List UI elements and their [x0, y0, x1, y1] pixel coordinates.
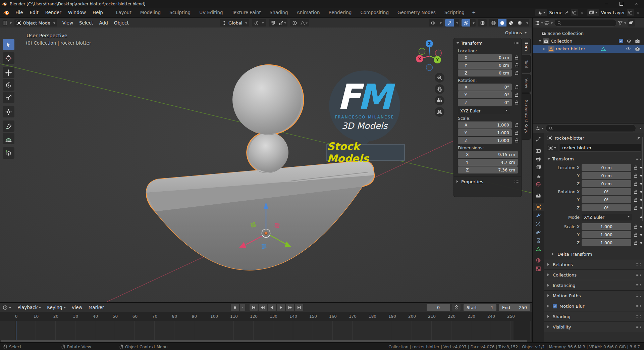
lock-open-icon[interactable] [633, 240, 638, 245]
scale-value-field[interactable]: 1.000 [582, 231, 631, 238]
add-workspace-button[interactable]: + [469, 8, 479, 17]
tool-rotate[interactable] [3, 79, 14, 91]
remove-view-layer-icon[interactable] [636, 11, 640, 15]
tool-annotate[interactable] [3, 120, 14, 132]
workspace-tab[interactable]: Sculpting [165, 8, 195, 17]
disable-render-camera-icon[interactable] [635, 39, 640, 44]
lock-open-icon[interactable] [514, 63, 519, 68]
collection-checkbox[interactable] [619, 39, 623, 43]
viewport-menu-item[interactable]: View [59, 20, 76, 26]
mode-dropdown[interactable]: XYZ Euler [582, 214, 632, 220]
lock-open-icon[interactable] [633, 165, 638, 170]
disable-render-camera-icon[interactable] [635, 46, 640, 51]
lock-open-icon[interactable] [514, 122, 519, 128]
panel-grip[interactable] [636, 315, 641, 318]
disclosure-collapsed-icon[interactable] [543, 48, 546, 50]
menu-item[interactable]: Edit [26, 8, 42, 17]
panel-grip[interactable] [636, 263, 641, 266]
dimension-field[interactable]: Y4.7 cm [458, 159, 518, 166]
tab-constraints[interactable] [533, 236, 544, 245]
tab-view-layer[interactable] [533, 163, 544, 171]
lock-open-icon[interactable] [633, 197, 638, 202]
proportional-edit-toggle[interactable] [290, 19, 299, 27]
workspace-tab[interactable]: Shading [265, 8, 292, 17]
lock-open-icon[interactable] [514, 100, 519, 105]
scale-value-field[interactable]: 1.000 [582, 223, 631, 230]
panel-grip[interactable] [636, 157, 641, 160]
transform-value-field[interactable]: 0 cm [582, 172, 631, 179]
pin-icon[interactable] [565, 10, 569, 15]
outliner-display-mode-button[interactable] [544, 20, 553, 26]
tab-view[interactable]: View [522, 74, 531, 93]
menu-item[interactable]: File [12, 8, 26, 17]
workspace-tab[interactable]: Rendering [324, 8, 356, 17]
animate-dot[interactable] [640, 234, 642, 236]
workspace-tab[interactable]: Modeling [136, 8, 165, 17]
outliner-filter-button[interactable] [618, 20, 626, 26]
scale-field[interactable]: X1.000 [458, 121, 512, 129]
dimension-field[interactable]: Z7.36 cm [458, 166, 518, 173]
hide-eye-icon[interactable] [627, 39, 632, 44]
dimension-field[interactable]: X9.15 cm [458, 151, 518, 158]
transform-section-header[interactable]: Transform [544, 154, 644, 163]
lock-open-icon[interactable] [633, 224, 638, 229]
tab-screencast-keys[interactable]: Screencast Keys [522, 93, 531, 140]
panel-grip[interactable] [514, 42, 519, 44]
tab-object[interactable] [533, 203, 544, 211]
view-layer-name[interactable]: View Layer [601, 10, 625, 15]
location-field[interactable]: X0 cm [458, 54, 512, 61]
tab-modifiers[interactable] [533, 211, 544, 219]
auto-keyframe-button[interactable] [231, 304, 239, 311]
workspace-tab[interactable]: Compositing [356, 8, 393, 17]
orientation-dropdown[interactable]: Global [220, 19, 249, 27]
lock-open-icon[interactable] [633, 232, 638, 237]
tab-render[interactable] [533, 146, 544, 155]
panel-grip[interactable] [514, 180, 519, 183]
viewport-menu-item[interactable]: Select [76, 20, 96, 26]
blender-menu-icon[interactable] [3, 9, 9, 16]
breadcrumb-object[interactable]: rocker-blotter [555, 136, 584, 141]
delta-transform-header[interactable]: Delta Transform [544, 249, 644, 259]
gizmo-neg-z[interactable] [426, 64, 433, 71]
object-name-field[interactable]: rocker-blotter [559, 144, 641, 152]
jump-to-start-button[interactable] [250, 304, 258, 311]
tab-collection-properties[interactable] [533, 191, 544, 200]
panel-grip[interactable] [636, 294, 641, 297]
shading-material-button[interactable] [506, 19, 515, 27]
mode-dropdown[interactable]: Object Mode [14, 19, 57, 27]
navigation-gizmo[interactable]: Z X Y [411, 38, 448, 74]
motion-blur-checkbox[interactable] [553, 304, 557, 308]
tool-add-cube[interactable] [3, 147, 14, 159]
minimize-button[interactable] [599, 0, 614, 8]
timeline-scrollbar[interactable] [1, 340, 527, 342]
collapsed-section[interactable]: Relations [544, 259, 644, 269]
outliner-row-collection[interactable]: Collection [533, 37, 644, 45]
outliner-row-rocker-blotter[interactable]: rocker-blotter [533, 45, 644, 53]
viewport-menu-item[interactable]: Object [111, 20, 132, 26]
gizmos-dropdown[interactable] [454, 19, 459, 27]
playhead[interactable] [16, 321, 16, 340]
maximize-button[interactable] [614, 0, 629, 8]
preview-range-button[interactable] [452, 304, 461, 311]
tab-texture[interactable] [533, 264, 544, 273]
menu-item[interactable]: Help [89, 8, 106, 17]
tab-tool[interactable]: Tool [522, 55, 531, 73]
end-frame-field[interactable]: End250 [499, 304, 530, 311]
ortho-toggle-button[interactable] [435, 107, 444, 117]
animate-dot[interactable] [640, 242, 642, 244]
properties-filter-dropdown[interactable] [639, 128, 641, 130]
show-gizmo-visibility-button[interactable] [429, 19, 437, 27]
panel-grip[interactable] [636, 326, 641, 328]
new-view-layer-button[interactable] [627, 9, 634, 16]
tool-scale[interactable] [3, 92, 14, 103]
panel-grip[interactable] [636, 284, 641, 287]
next-keyframe-button[interactable] [286, 304, 294, 311]
lock-open-icon[interactable] [514, 92, 519, 97]
workspace-tab[interactable]: Texture Paint [227, 8, 265, 17]
tab-physics[interactable] [533, 228, 544, 236]
scale-field[interactable]: Y1.000 [458, 129, 512, 136]
shading-wireframe-button[interactable] [489, 19, 498, 27]
timeline-track-area[interactable] [0, 321, 532, 340]
options-button[interactable]: Options [505, 30, 527, 35]
lock-open-icon[interactable] [514, 70, 519, 76]
